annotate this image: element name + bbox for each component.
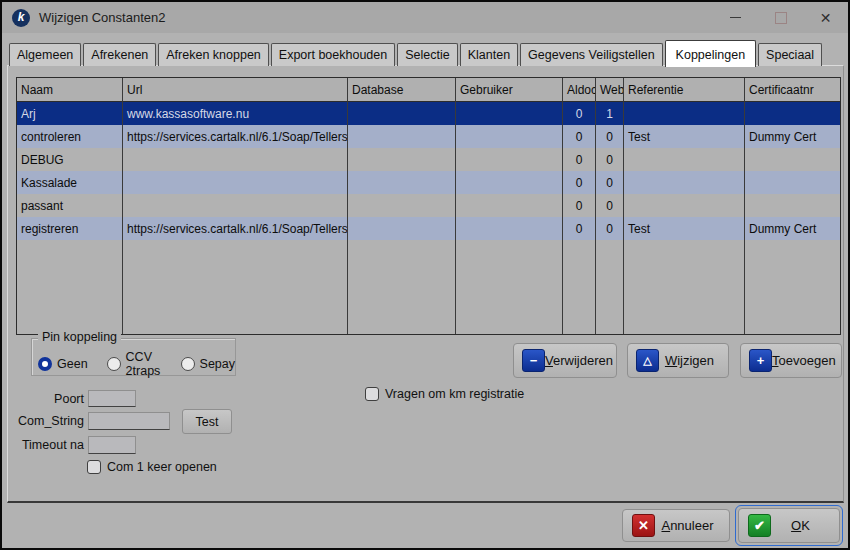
cell-aldoc-row3[interactable]: 0	[563, 171, 596, 194]
tab-export-boekhouden[interactable]: Export boekhouden	[271, 43, 395, 66]
wijzigen-button[interactable]: △ Wijzigen	[627, 343, 729, 378]
pin-koppeling-options: GeenCCV 2trapsSepay	[32, 339, 235, 378]
close-button[interactable]: ✕	[803, 2, 848, 33]
cell-certificaatnr-row5[interactable]: Dummy Cert	[745, 217, 840, 240]
com-open-checkbox[interactable]: Com 1 keer openen	[87, 460, 217, 474]
annuleer-button[interactable]: ✕ Annuleer	[622, 509, 730, 542]
com-open-label: Com 1 keer openen	[107, 460, 217, 474]
tab-algemeen[interactable]: Algemeen	[9, 43, 81, 66]
tab-afrekenen[interactable]: Afrekenen	[83, 43, 156, 66]
km-registratie-checkbox[interactable]: Vragen om km registratie	[365, 387, 524, 401]
minimize-button[interactable]	[713, 2, 758, 33]
radio-ccv-2traps[interactable]: CCV 2traps	[107, 350, 162, 378]
timeout-label: Timeout na	[10, 438, 84, 452]
plus-icon: +	[749, 349, 772, 372]
tab-koppelingen[interactable]: Koppelingen	[665, 40, 757, 67]
cell-database-row4[interactable]	[348, 194, 456, 217]
cell-gebruiker-row3[interactable]	[456, 171, 563, 194]
grid-empty-area	[456, 240, 563, 334]
cell-gebruiker-row5[interactable]	[456, 217, 563, 240]
tab-page-koppelingen: NaamUrlDatabaseGebruikerAldocWebReferent…	[7, 65, 844, 503]
cell-url-row3[interactable]	[123, 171, 348, 194]
cell-naam-row2[interactable]: DEBUG	[17, 148, 123, 171]
radio-circle-icon	[38, 357, 52, 371]
tab-klanten[interactable]: Klanten	[460, 43, 518, 66]
cell-url-row4[interactable]	[123, 194, 348, 217]
cell-gebruiker-row0[interactable]	[456, 102, 563, 125]
cell-web-row3[interactable]: 0	[596, 171, 624, 194]
maximize-button[interactable]	[758, 2, 803, 33]
cell-aldoc-row5[interactable]: 0	[563, 217, 596, 240]
cell-database-row3[interactable]	[348, 171, 456, 194]
cell-url-row0[interactable]: www.kassasoftware.nu	[123, 102, 348, 125]
tab-selectie[interactable]: Selectie	[397, 43, 457, 66]
cell-url-row2[interactable]	[123, 148, 348, 171]
cell-web-row1[interactable]: 0	[596, 125, 624, 148]
cell-web-row5[interactable]: 0	[596, 217, 624, 240]
cell-gebruiker-row1[interactable]	[456, 125, 563, 148]
cell-aldoc-row0[interactable]: 0	[563, 102, 596, 125]
cell-certificaatnr-row0[interactable]	[745, 102, 840, 125]
column-header-gebruiker: Gebruiker	[456, 78, 563, 102]
timeout-input[interactable]	[88, 436, 136, 454]
cell-naam-row1[interactable]: controleren	[17, 125, 123, 148]
ok-label: OK	[771, 518, 830, 533]
radio-sepay[interactable]: Sepay	[181, 357, 235, 371]
ok-button[interactable]: ✔ OK	[738, 508, 840, 543]
radio-geen[interactable]: Geen	[38, 357, 88, 371]
cell-referentie-row1[interactable]: Test	[624, 125, 745, 148]
cell-gebruiker-row2[interactable]	[456, 148, 563, 171]
cell-gebruiker-row4[interactable]	[456, 194, 563, 217]
window-title: Wijzigen Constanten2	[39, 10, 165, 25]
cell-aldoc-row4[interactable]: 0	[563, 194, 596, 217]
ok-button-focus-ring: ✔ OK	[735, 505, 843, 546]
com-string-label: Com_String	[10, 414, 84, 428]
cell-web-row0[interactable]: 1	[596, 102, 624, 125]
wijzigen-label: Wijzigen	[659, 353, 720, 368]
column-header-web: Web	[596, 78, 624, 102]
cell-referentie-row2[interactable]	[624, 148, 745, 171]
tab-afreken-knoppen[interactable]: Afreken knoppen	[158, 43, 269, 66]
cell-certificaatnr-row3[interactable]	[745, 171, 840, 194]
cell-database-row0[interactable]	[348, 102, 456, 125]
cell-aldoc-row2[interactable]: 0	[563, 148, 596, 171]
cell-aldoc-row1[interactable]: 0	[563, 125, 596, 148]
tab-speciaal[interactable]: Speciaal	[758, 43, 822, 66]
cell-database-row1[interactable]	[348, 125, 456, 148]
cell-naam-row4[interactable]: passant	[17, 194, 123, 217]
com-string-input[interactable]	[88, 412, 170, 430]
maximize-icon	[775, 12, 787, 24]
toevoegen-button[interactable]: + Toevoegen	[740, 343, 842, 378]
grid-empty-area	[596, 240, 624, 334]
red-x-icon: ✕	[632, 514, 655, 537]
cell-url-row5[interactable]: https://services.cartalk.nl/6.1/Soap/Tel…	[123, 217, 348, 240]
radio-circle-icon	[107, 357, 121, 371]
cell-web-row2[interactable]: 0	[596, 148, 624, 171]
poort-input[interactable]	[88, 390, 136, 407]
radio-label: Geen	[57, 357, 88, 371]
cell-certificaatnr-row1[interactable]: Dummy Cert	[745, 125, 840, 148]
grid-empty-area	[348, 240, 456, 334]
cell-referentie-row5[interactable]: Test	[624, 217, 745, 240]
test-button[interactable]: Test	[182, 409, 232, 434]
cell-naam-row0[interactable]: Arj	[17, 102, 123, 125]
cell-referentie-row0[interactable]	[624, 102, 745, 125]
cell-certificaatnr-row2[interactable]	[745, 148, 840, 171]
radio-circle-icon	[181, 357, 195, 371]
cell-database-row2[interactable]	[348, 148, 456, 171]
cell-url-row1[interactable]: https://services.cartalk.nl/6.1/Soap/Tel…	[123, 125, 348, 148]
verwijderen-button[interactable]: − Verwijderen	[513, 343, 617, 378]
cell-referentie-row4[interactable]	[624, 194, 745, 217]
cell-referentie-row3[interactable]	[624, 171, 745, 194]
app-logo-icon: k	[12, 9, 30, 27]
cell-naam-row5[interactable]: registreren	[17, 217, 123, 240]
grid-empty-area	[17, 240, 123, 334]
tab-gegevens-veiligstellen[interactable]: Gegevens Veiligstellen	[520, 43, 662, 66]
cell-database-row5[interactable]	[348, 217, 456, 240]
cell-certificaatnr-row4[interactable]	[745, 194, 840, 217]
cell-web-row4[interactable]: 0	[596, 194, 624, 217]
radio-label: CCV 2traps	[126, 350, 162, 378]
checkbox-icon	[87, 460, 101, 474]
cell-naam-row3[interactable]: Kassalade	[17, 171, 123, 194]
window-controls: ✕	[713, 2, 848, 33]
